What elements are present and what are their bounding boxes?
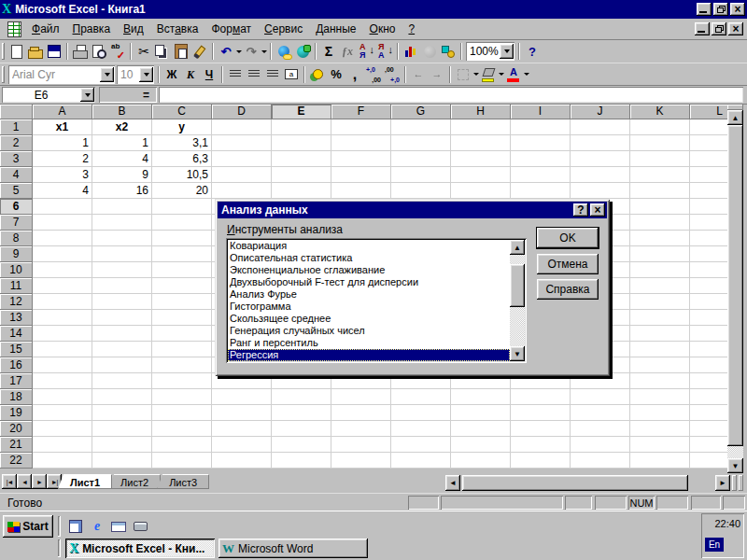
cell-K9[interactable] xyxy=(630,246,690,262)
align-left-icon[interactable] xyxy=(226,65,245,84)
row-header-5[interactable]: 5 xyxy=(0,183,33,199)
cell-F22[interactable] xyxy=(331,453,391,469)
cell-K16[interactable] xyxy=(630,357,690,373)
cell-B8[interactable] xyxy=(92,231,152,246)
formula-input[interactable] xyxy=(159,87,743,103)
cell-A6[interactable] xyxy=(33,199,92,215)
cell-K17[interactable] xyxy=(630,373,690,389)
row-header-1[interactable]: 1 xyxy=(0,119,33,135)
cell-L8[interactable] xyxy=(690,231,727,246)
analysis-tool-option[interactable]: Скользящее среднее xyxy=(228,313,510,325)
cell-L14[interactable] xyxy=(690,326,727,342)
menu-item-Вставка[interactable]: Вставка xyxy=(150,20,205,38)
cell-B13[interactable] xyxy=(92,310,152,326)
cell-H2[interactable] xyxy=(451,135,511,151)
cell-C8[interactable] xyxy=(152,231,212,246)
tab-prev-button[interactable]: ◄ xyxy=(17,474,32,489)
cell-G21[interactable] xyxy=(391,437,451,453)
cell-I18[interactable] xyxy=(511,389,571,405)
cell-A4[interactable]: 3 xyxy=(33,167,92,183)
menu-item-?[interactable]: ? xyxy=(402,20,421,38)
cell-B16[interactable] xyxy=(92,357,152,373)
function-wizard-icon[interactable]: ƒx xyxy=(338,42,357,61)
sheet-tab-Лист1[interactable]: Лист1 xyxy=(58,474,112,489)
redo-icon[interactable]: ↷ xyxy=(242,42,261,61)
cell-L3[interactable] xyxy=(690,151,727,167)
ok-button[interactable]: OK xyxy=(537,228,599,248)
cell-J22[interactable] xyxy=(571,453,630,469)
analysis-tool-option[interactable]: Анализ Фурье xyxy=(228,288,510,301)
cell-K4[interactable] xyxy=(630,167,690,183)
listbox-scroll-thumb[interactable] xyxy=(510,264,525,307)
cell-L13[interactable] xyxy=(690,310,727,326)
cell-D21[interactable] xyxy=(212,437,272,453)
cell-G19[interactable] xyxy=(391,405,451,421)
row-header-14[interactable]: 14 xyxy=(0,326,33,342)
cell-D18[interactable] xyxy=(212,389,272,405)
font-size-combobox[interactable]: 10 xyxy=(117,65,154,84)
cell-H22[interactable] xyxy=(451,453,511,469)
cell-C13[interactable] xyxy=(152,310,212,326)
analysis-tool-option[interactable]: Генерация случайных чисел xyxy=(228,325,510,337)
font-color-icon[interactable]: А xyxy=(504,65,523,84)
cell-J2[interactable] xyxy=(571,135,630,151)
minimize-button[interactable] xyxy=(697,3,712,16)
bold-button[interactable]: Ж xyxy=(162,65,181,84)
cell-B3[interactable]: 4 xyxy=(92,151,152,167)
help-icon[interactable]: ? xyxy=(523,42,542,61)
row-header-17[interactable]: 17 xyxy=(0,373,33,389)
cell-J4[interactable] xyxy=(571,167,630,183)
insert-hyperlink-icon[interactable] xyxy=(275,42,293,61)
cell-B4[interactable]: 9 xyxy=(92,167,152,183)
name-box[interactable]: E6 xyxy=(2,87,95,103)
cell-J21[interactable] xyxy=(571,437,630,453)
cell-L15[interactable] xyxy=(690,342,727,357)
cell-I2[interactable] xyxy=(511,135,571,151)
tab-next-button[interactable]: ► xyxy=(32,474,47,489)
cell-F2[interactable] xyxy=(331,135,391,151)
cell-E2[interactable] xyxy=(272,135,331,151)
cell-K11[interactable] xyxy=(630,278,690,294)
cell-D22[interactable] xyxy=(212,453,272,469)
cell-D5[interactable] xyxy=(212,183,272,199)
cell-D20[interactable] xyxy=(212,421,272,437)
cell-J20[interactable] xyxy=(571,421,630,437)
row-header-20[interactable]: 20 xyxy=(0,421,33,437)
row-header-8[interactable]: 8 xyxy=(0,231,33,246)
cell-C17[interactable] xyxy=(152,373,212,389)
cell-E1[interactable] xyxy=(272,119,331,135)
cell-J3[interactable] xyxy=(571,151,630,167)
cell-H20[interactable] xyxy=(451,421,511,437)
workbook-restore-button[interactable] xyxy=(712,22,726,35)
fill-color-icon[interactable] xyxy=(479,65,498,84)
cell-A9[interactable] xyxy=(33,246,92,262)
cell-A2[interactable]: 1 xyxy=(33,135,92,151)
cell-L17[interactable] xyxy=(690,373,727,389)
underline-button[interactable]: Ч xyxy=(200,65,218,84)
row-header-9[interactable]: 9 xyxy=(0,246,33,262)
column-header-J[interactable]: J xyxy=(571,105,630,119)
workbook-icon[interactable] xyxy=(7,21,21,37)
cell-D4[interactable] xyxy=(212,167,272,183)
sheet-tab-Лист2[interactable]: Лист2 xyxy=(108,474,161,489)
cell-F21[interactable] xyxy=(331,437,391,453)
cell-L20[interactable] xyxy=(690,421,727,437)
cell-F20[interactable] xyxy=(331,421,391,437)
analysis-tool-option[interactable]: Описательная статистика xyxy=(228,252,510,264)
cell-F1[interactable] xyxy=(331,119,391,135)
cell-C4[interactable]: 10,5 xyxy=(152,167,212,183)
cell-L10[interactable] xyxy=(690,262,727,278)
cell-B20[interactable] xyxy=(92,421,152,437)
currency-style-icon[interactable] xyxy=(308,65,327,84)
sheet-tab-Лист3[interactable]: Лист3 xyxy=(157,474,209,489)
menu-item-Правка[interactable]: Правка xyxy=(66,20,118,38)
analysis-tools-listbox[interactable]: КовариацияОписательная статистикаЭкспоне… xyxy=(226,238,527,363)
cell-G5[interactable] xyxy=(391,183,451,199)
cell-K2[interactable] xyxy=(630,135,690,151)
cell-L18[interactable] xyxy=(690,389,727,405)
cell-L9[interactable] xyxy=(690,246,727,262)
cell-I3[interactable] xyxy=(511,151,571,167)
cell-C19[interactable] xyxy=(152,405,212,421)
column-header-A[interactable]: A xyxy=(33,105,92,119)
cell-C14[interactable] xyxy=(152,326,212,342)
